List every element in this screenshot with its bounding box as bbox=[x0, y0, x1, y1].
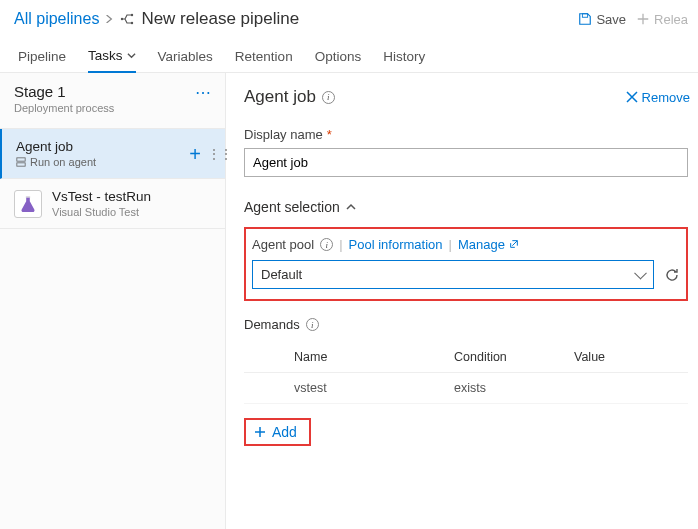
agent-pool-select[interactable]: Default bbox=[252, 260, 654, 289]
drag-handle-icon[interactable] bbox=[207, 146, 215, 162]
agent-job-subtitle: Run on agent bbox=[16, 156, 96, 168]
tab-bar: Pipeline Tasks Variables Retention Optio… bbox=[0, 34, 698, 73]
display-name-label: Display name* bbox=[244, 127, 688, 142]
remove-button[interactable]: Remove bbox=[626, 90, 690, 105]
svg-point-1 bbox=[131, 22, 133, 24]
task-title: VsTest - testRun bbox=[52, 189, 151, 204]
stage-menu-button[interactable]: ⋯ bbox=[195, 83, 213, 102]
add-demand-button[interactable]: Add bbox=[244, 418, 311, 446]
add-task-button[interactable]: + bbox=[189, 144, 201, 164]
svg-rect-4 bbox=[17, 158, 25, 161]
plus-icon bbox=[636, 12, 650, 26]
demands-table: Name Condition Value vstest exists bbox=[244, 342, 698, 404]
pool-information-link[interactable]: Pool information bbox=[349, 237, 443, 252]
tab-options[interactable]: Options bbox=[315, 42, 362, 72]
svg-point-0 bbox=[131, 14, 133, 16]
col-name: Name bbox=[294, 350, 454, 364]
manage-link[interactable]: Manage bbox=[458, 237, 519, 252]
breadcrumb-root[interactable]: All pipelines bbox=[14, 10, 99, 28]
svg-rect-5 bbox=[17, 163, 25, 166]
stage-subtitle: Deployment process bbox=[14, 102, 114, 114]
col-condition: Condition bbox=[454, 350, 574, 364]
release-pipeline-icon bbox=[119, 11, 135, 27]
external-link-icon bbox=[509, 239, 519, 249]
display-name-input[interactable] bbox=[244, 148, 688, 177]
close-icon bbox=[626, 91, 638, 103]
release-button[interactable]: Relea bbox=[636, 12, 688, 27]
flask-icon bbox=[14, 190, 42, 218]
svg-rect-6 bbox=[26, 196, 31, 197]
chevron-right-icon bbox=[105, 12, 113, 26]
table-row[interactable]: vstest exists bbox=[244, 373, 688, 404]
agent-pool-highlight: Agent pool i | Pool information | Manage… bbox=[244, 227, 688, 301]
info-icon[interactable]: i bbox=[320, 238, 333, 251]
col-value: Value bbox=[574, 350, 684, 364]
agent-selection-section[interactable]: Agent selection bbox=[244, 199, 698, 215]
agent-job-name: Agent job bbox=[16, 139, 96, 154]
server-icon bbox=[16, 157, 26, 167]
task-row[interactable]: VsTest - testRun Visual Studio Test bbox=[0, 179, 225, 229]
svg-point-2 bbox=[121, 18, 123, 20]
chevron-up-icon bbox=[346, 202, 356, 212]
chevron-down-icon bbox=[127, 51, 136, 60]
info-icon[interactable]: i bbox=[306, 318, 319, 331]
panel-title: Agent job i bbox=[244, 87, 335, 107]
agent-pool-label: Agent pool bbox=[252, 237, 314, 252]
page-title[interactable]: New release pipeline bbox=[141, 9, 299, 29]
stage-header[interactable]: Stage 1 Deployment process ⋯ bbox=[0, 73, 225, 129]
refresh-icon[interactable] bbox=[664, 267, 680, 283]
tab-variables[interactable]: Variables bbox=[158, 42, 213, 72]
tab-history[interactable]: History bbox=[383, 42, 425, 72]
task-subtitle: Visual Studio Test bbox=[52, 206, 151, 218]
save-button[interactable]: Save bbox=[578, 12, 626, 27]
save-icon bbox=[578, 12, 592, 26]
tab-retention[interactable]: Retention bbox=[235, 42, 293, 72]
demands-label: Demands i bbox=[244, 317, 698, 332]
stage-title: Stage 1 bbox=[14, 83, 114, 100]
info-icon[interactable]: i bbox=[322, 91, 335, 104]
tab-pipeline[interactable]: Pipeline bbox=[18, 42, 66, 72]
plus-icon bbox=[254, 426, 266, 438]
tab-tasks[interactable]: Tasks bbox=[88, 42, 136, 73]
agent-job-row[interactable]: Agent job Run on agent + bbox=[0, 129, 225, 179]
